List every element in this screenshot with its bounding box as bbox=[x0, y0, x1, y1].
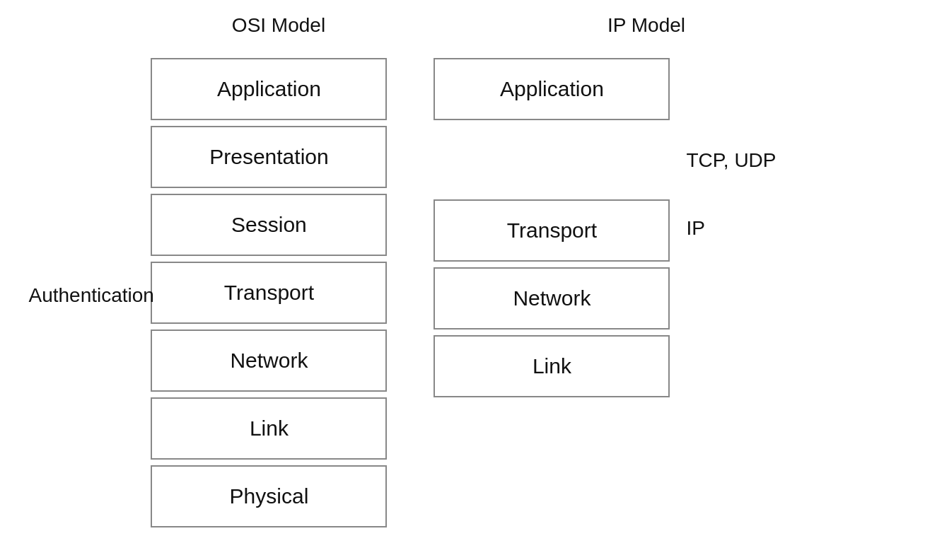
osi-transport-label: Transport bbox=[224, 281, 314, 305]
osi-link-label: Link bbox=[250, 416, 289, 441]
headers-row: OSI Model IP Model bbox=[0, 14, 925, 37]
osi-column: Application Presentation Session Transpo… bbox=[149, 58, 389, 533]
ip-network-box: Network bbox=[434, 267, 670, 329]
osi-presentation-box: Presentation bbox=[151, 126, 387, 188]
ip-link-box: Link bbox=[434, 335, 670, 397]
ip-transport-label: Transport bbox=[507, 218, 597, 243]
osi-network-label: Network bbox=[230, 349, 308, 373]
osi-session-label: Session bbox=[231, 213, 307, 237]
ip-column: Application Transport Network Link bbox=[431, 58, 672, 403]
ip-application-label: Application bbox=[500, 77, 604, 101]
osi-link-box: Link bbox=[151, 397, 387, 460]
diagram: OSI Model IP Model Authentication Applic… bbox=[0, 0, 925, 560]
osi-presentation-label: Presentation bbox=[209, 145, 328, 169]
osi-physical-box: Physical bbox=[151, 465, 387, 527]
ip-link-label: Link bbox=[533, 354, 571, 378]
ip-transport-box: Transport bbox=[434, 199, 670, 262]
osi-transport-box: Transport bbox=[151, 262, 387, 324]
columns-wrapper: Authentication Application Presentation … bbox=[149, 58, 776, 533]
tcp-udp-label: TCP, UDP bbox=[686, 127, 776, 194]
right-labels: TCP, UDP IP bbox=[686, 58, 776, 262]
ip-label: IP bbox=[686, 194, 776, 262]
osi-session-box: Session bbox=[151, 194, 387, 256]
osi-header: OSI Model bbox=[232, 14, 325, 36]
osi-application-box: Application bbox=[151, 58, 387, 120]
ip-application-box: Application bbox=[434, 58, 670, 120]
osi-network-box: Network bbox=[151, 329, 387, 392]
authentication-label: Authentication bbox=[28, 284, 153, 307]
ip-header: IP Model bbox=[607, 14, 685, 36]
osi-physical-label: Physical bbox=[230, 484, 309, 508]
ip-network-label: Network bbox=[513, 286, 591, 310]
osi-application-label: Application bbox=[217, 77, 321, 101]
